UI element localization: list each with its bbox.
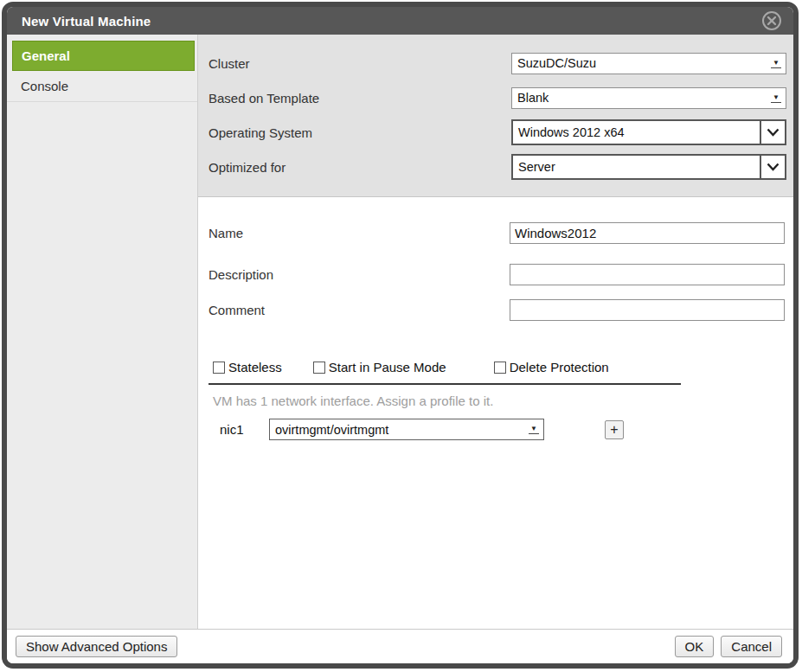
nic-profile-dropdown[interactable]: ovirtmgmt/ovirtmgmt ▼: [269, 419, 544, 440]
content-area: Cluster SuzuDC/Suzu ▼ Based on Template …: [198, 35, 793, 629]
nic-profile-value: ovirtmgmt/ovirtmgmt: [275, 423, 388, 437]
caret-down-icon: ▼: [529, 425, 539, 434]
cluster-value: SuzuDC/Suzu: [517, 56, 596, 70]
sidebar-item-general[interactable]: General: [12, 41, 195, 71]
name-label: Name: [209, 226, 510, 240]
ok-button[interactable]: OK: [675, 636, 715, 657]
cancel-button[interactable]: Cancel: [721, 636, 782, 657]
delete-protection-label: Delete Protection: [510, 360, 609, 374]
comment-input[interactable]: [510, 299, 785, 321]
os-select[interactable]: Windows 2012 x64: [511, 119, 786, 145]
chevron-down-icon: [760, 121, 785, 144]
network-separator: [209, 383, 681, 385]
template-value: Blank: [517, 91, 549, 105]
template-row: Based on Template Blank ▼: [209, 80, 786, 115]
dialog-footer: Show Advanced Options OK Cancel: [7, 629, 793, 663]
optimized-row: Optimized for Server: [209, 150, 786, 184]
checkbox-icon: [213, 362, 225, 374]
comment-row: Comment: [198, 299, 793, 321]
network-info-text: VM has 1 network interface. Assign a pro…: [213, 394, 793, 408]
optimized-value: Server: [518, 160, 555, 174]
optimized-label: Optimized for: [209, 160, 511, 175]
cluster-row: Cluster SuzuDC/Suzu ▼: [209, 46, 786, 80]
caret-down-icon: ▼: [771, 59, 781, 68]
caret-down-icon: ▼: [771, 93, 781, 103]
cluster-label: Cluster: [209, 56, 511, 71]
dialog-title: New Virtual Machine: [22, 14, 151, 29]
sidebar: General Console: [7, 35, 198, 629]
chevron-down-icon: [760, 156, 785, 178]
general-section: Name Description Comment Stateless: [198, 197, 793, 629]
os-label: Operating System: [209, 125, 511, 140]
template-label: Based on Template: [209, 91, 511, 106]
name-input[interactable]: [510, 222, 785, 244]
description-label: Description: [209, 267, 510, 282]
dialog-titlebar: New Virtual Machine: [7, 7, 793, 35]
new-vm-dialog: New Virtual Machine General Console Clus…: [2, 2, 799, 669]
stateless-checkbox[interactable]: Stateless: [213, 360, 282, 374]
name-row: Name: [198, 222, 793, 244]
optimized-select[interactable]: Server: [511, 154, 786, 180]
template-dropdown[interactable]: Blank ▼: [511, 87, 786, 109]
delete-protection-checkbox[interactable]: Delete Protection: [494, 360, 609, 374]
checkbox-row: Stateless Start in Pause Mode Delete Pro…: [213, 360, 793, 374]
sidebar-item-console[interactable]: Console: [7, 71, 197, 102]
start-in-pause-checkbox[interactable]: Start in Pause Mode: [313, 360, 446, 374]
checkbox-icon: [313, 362, 325, 374]
description-input[interactable]: [510, 264, 785, 285]
os-row: Operating System Windows 2012 x64: [209, 115, 786, 150]
show-advanced-options-button[interactable]: Show Advanced Options: [16, 636, 177, 657]
start-in-pause-label: Start in Pause Mode: [329, 360, 446, 374]
add-nic-button[interactable]: +: [605, 420, 624, 439]
nic-label: nic1: [220, 422, 259, 437]
nic-row: nic1 ovirtmgmt/ovirtmgmt ▼ +: [220, 419, 793, 440]
comment-label: Comment: [209, 303, 510, 317]
close-icon[interactable]: [761, 10, 782, 31]
dialog-body: General Console Cluster SuzuDC/Suzu ▼ Ba…: [7, 35, 793, 629]
template-section: Cluster SuzuDC/Suzu ▼ Based on Template …: [198, 35, 793, 197]
description-row: Description: [198, 264, 793, 285]
checkbox-icon: [494, 362, 506, 374]
stateless-label: Stateless: [228, 360, 282, 374]
cluster-dropdown[interactable]: SuzuDC/Suzu ▼: [511, 53, 786, 74]
os-value: Windows 2012 x64: [518, 125, 625, 139]
footer-actions: OK Cancel: [675, 636, 782, 657]
